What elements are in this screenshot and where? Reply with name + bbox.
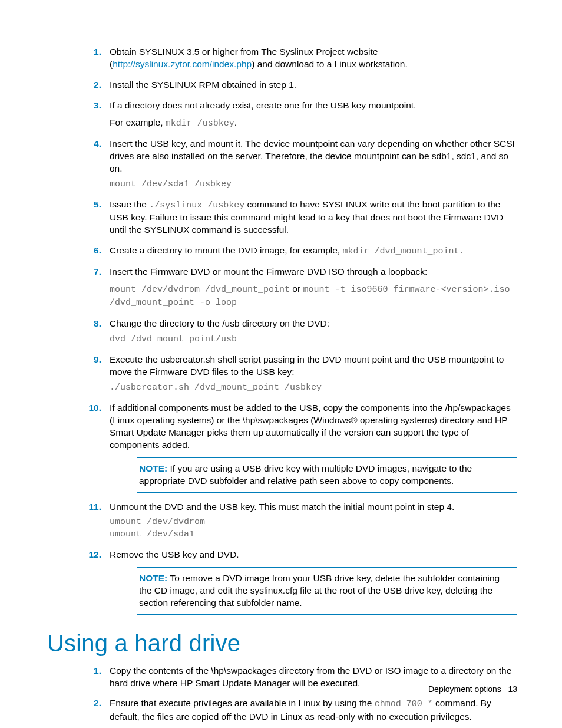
step-number: 1.: [82, 665, 101, 677]
step-item: 6.Create a directory to mount the DVD im…: [82, 245, 517, 258]
footer-page-number: 13: [508, 684, 517, 694]
step-body: Execute the usbcreator.sh shell script p…: [110, 354, 517, 378]
note-callout: NOTE: To remove a DVD image from your US…: [137, 567, 517, 615]
step-number: 11.: [82, 501, 101, 513]
step-body: Obtain SYSLINUX 3.5 or higher from The S…: [110, 46, 517, 71]
step-number: 2.: [82, 697, 101, 710]
ordered-steps-b: 1.Copy the contents of the \hp\swpackage…: [82, 665, 517, 728]
step-number: 3.: [82, 100, 101, 112]
step-item: 11.Unmount the DVD and the USB key. This…: [82, 501, 517, 541]
step-body: Install the SYSLINUX RPM obtained in ste…: [110, 79, 517, 91]
code-block: dvd /dvd_mount_point/usb: [110, 334, 517, 345]
step-body: Insert the Firmware DVD or mount the Fir…: [110, 266, 517, 278]
step-number: 10.: [82, 402, 101, 414]
inline-code: ./syslinux /usbkey: [149, 200, 244, 210]
note-label: NOTE:: [139, 573, 170, 583]
footer-section: Deployment options: [428, 684, 501, 694]
step-body: Issue the ./syslinux /usbkey command to …: [110, 199, 517, 236]
step-body: Unmount the DVD and the USB key. This mu…: [110, 501, 517, 513]
step-item: 10.If additional components must be adde…: [82, 402, 517, 493]
note-callout: NOTE: If you are using a USB drive key w…: [137, 457, 517, 493]
step-body: Change the directory to the /usb directo…: [110, 318, 517, 330]
step-body: Create a directory to mount the DVD imag…: [110, 245, 517, 258]
step-item: 9.Execute the usbcreator.sh shell script…: [82, 354, 517, 394]
code-block: mount /dev/sda1 /usbkey: [110, 179, 517, 190]
step-number: 4.: [82, 138, 101, 150]
ordered-steps-a: 1.Obtain SYSLINUX 3.5 or higher from The…: [82, 46, 517, 615]
inline-code: mount /dev/dvdrom /dvd_mount_point: [110, 285, 290, 295]
step-subtext: mount /dev/dvdrom /dvd_mount_point or mo…: [110, 283, 517, 309]
step-item: 8.Change the directory to the /usb direc…: [82, 318, 517, 345]
step-body: If additional components must be added t…: [110, 402, 517, 452]
step-number: 8.: [82, 318, 101, 330]
document-page: 1.Obtain SYSLINUX 3.5 or higher from The…: [0, 0, 562, 728]
step-item: 1.Obtain SYSLINUX 3.5 or higher from The…: [82, 46, 517, 71]
step-subtext: For example, mkdir /usbkey.: [110, 117, 517, 130]
step-item: 3.If a directory does not already exist,…: [82, 100, 517, 130]
code-block: ./usbcreator.sh /dvd_mount_point /usbkey: [110, 382, 517, 394]
inline-code: chmod 700 *: [375, 699, 433, 709]
section-heading: Using a hard drive: [47, 630, 517, 657]
step-number: 12.: [82, 549, 101, 561]
note-label: NOTE:: [139, 463, 170, 473]
step-number: 9.: [82, 354, 101, 366]
step-item: 7.Insert the Firmware DVD or mount the F…: [82, 266, 517, 309]
code-block: umount /dev/dvdromumount /dev/sda1: [110, 516, 517, 541]
step-body: If a directory does not already exist, c…: [110, 100, 517, 112]
step-body: Insert the USB key, and mount it. The de…: [110, 138, 517, 175]
step-number: 6.: [82, 245, 101, 257]
step-body: Remove the USB key and DVD.: [110, 549, 517, 561]
step-number: 1.: [82, 46, 101, 58]
step-item: 5.Issue the ./syslinux /usbkey command t…: [82, 199, 517, 236]
step-body: Ensure that execute privileges are avail…: [110, 697, 517, 723]
page-footer: Deployment options 13: [428, 684, 517, 694]
step-number: 2.: [82, 79, 101, 91]
step-number: 7.: [82, 266, 101, 278]
step-item: 12.Remove the USB key and DVD.NOTE: To r…: [82, 549, 517, 615]
hyperlink[interactable]: http://syslinux.zytor.com/index.php: [113, 59, 252, 69]
inline-code: mkdir /dvd_mount_point.: [342, 246, 464, 256]
step-number: 5.: [82, 199, 101, 211]
inline-code: mkdir /usbkey: [166, 118, 234, 129]
step-item: 2.Install the SYSLINUX RPM obtained in s…: [82, 79, 517, 91]
step-item: 2.Ensure that execute privileges are ava…: [82, 697, 517, 723]
step-item: 4.Insert the USB key, and mount it. The …: [82, 138, 517, 190]
